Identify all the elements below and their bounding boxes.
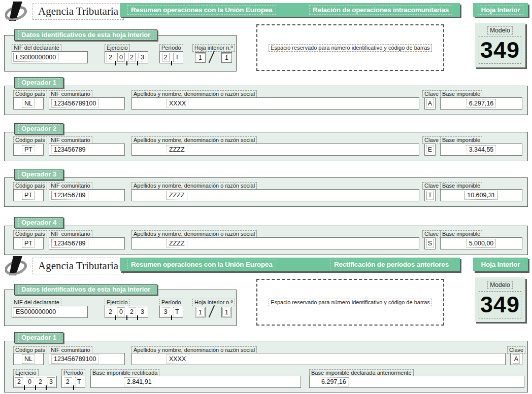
- modelo-label: Modelo: [487, 281, 512, 289]
- apellidos-field[interactable]: XXXX: [131, 353, 506, 365]
- agencia-tributaria-logo: Agencia Tributaria: [5, 2, 124, 21]
- base-declarada-field[interactable]: 6.297,16: [309, 376, 524, 388]
- ejercicio-digit: 3: [139, 307, 146, 316]
- apellidos-field[interactable]: ZZZZ: [131, 189, 419, 201]
- nif-declarante-value: ES000000000: [13, 53, 58, 62]
- codigo-pais-field[interactable]: PT: [13, 237, 44, 249]
- base-imponible-field[interactable]: 10.609,31: [440, 189, 522, 201]
- periodo-field[interactable]: 2 T: [159, 51, 183, 63]
- ejercicio-digit: 2: [15, 377, 23, 386]
- barcode-label: Espacio reservado para número identifica…: [269, 44, 432, 52]
- nif-declarante-label: NIF del declarante: [12, 44, 61, 52]
- datos-title: Datos identificativos de esta hoja inter…: [18, 285, 153, 294]
- nif-comunitario-field[interactable]: 123456789: [49, 237, 125, 249]
- hoja-num-field[interactable]: 1: [195, 52, 206, 63]
- modelo-number: 349: [480, 292, 520, 318]
- page2-datos-tab: Datos identificativos de esta hoja inter…: [14, 284, 157, 295]
- codigo-pais-label: Código país: [13, 90, 47, 98]
- page1-datos-tab: Datos identificativos de esta hoja inter…: [14, 29, 157, 41]
- nif-comunitario-field[interactable]: 123456789: [49, 144, 125, 156]
- periodo-digit: 2: [64, 377, 72, 386]
- nif-comunitario-label: NIF comunitario: [49, 136, 92, 144]
- ejercicio-field[interactable]: 2 0 2 3: [105, 306, 148, 318]
- hoja-total-field[interactable]: 1: [221, 307, 232, 317]
- nif-comunitario-label: NIF comunitario: [49, 182, 92, 190]
- periodo-field[interactable]: 3 T: [159, 306, 183, 318]
- hoja-total-value: 1: [222, 308, 231, 317]
- clave-field[interactable]: T: [424, 189, 436, 201]
- ejercicio-digit: 2: [37, 377, 44, 386]
- logo-text: Agencia Tributaria: [32, 258, 124, 274]
- aeat-logo-icon: [5, 256, 29, 275]
- ejercicio-digit: 0: [117, 53, 125, 62]
- hoja-num-value: 1: [196, 53, 205, 62]
- page2-title-bar: Resumen operaciones con la Unión Europea…: [120, 258, 460, 271]
- operador-title: Operador 1: [18, 78, 59, 87]
- base-imponible-field[interactable]: 3.344,55: [440, 144, 522, 156]
- aeat-logo-icon: [5, 2, 29, 21]
- hoja-total-field[interactable]: 1: [221, 52, 232, 63]
- operador-1-panel: Código país NIF comunitario Apellidos y …: [4, 86, 528, 115]
- base-imponible-label: Base imponible: [440, 136, 482, 144]
- periodo-digit: 2: [162, 53, 170, 62]
- clave-field[interactable]: E: [424, 144, 436, 156]
- page2-barcode-area: Espacio reservado para número identifica…: [256, 279, 444, 326]
- ejercicio-field[interactable]: 2 0 2 3: [105, 51, 148, 63]
- codigo-pais-label: Código país: [13, 182, 47, 190]
- operador-1-tab: Operador 1: [14, 77, 63, 88]
- apellidos-field[interactable]: ZZZZ: [131, 237, 419, 249]
- ejercicio-digit: 3: [139, 53, 146, 62]
- datos-title: Datos identificativos de esta hoja inter…: [18, 30, 153, 40]
- codigo-pais-field[interactable]: PT: [13, 144, 44, 156]
- clave-field[interactable]: S: [424, 237, 436, 249]
- base-rectificada-field[interactable]: 2.841,91: [90, 376, 301, 388]
- logo-text: Agencia Tributaria: [32, 3, 124, 20]
- barcode-label: Espacio reservado para número identifica…: [269, 299, 432, 306]
- nif-declarante-field[interactable]: ES000000000: [12, 306, 88, 318]
- base-imponible-field[interactable]: 5.000,00: [440, 237, 522, 249]
- hoja-interior-label: Hoja Interior: [478, 5, 524, 15]
- apellidos-field[interactable]: XXXX: [131, 97, 419, 110]
- nif-declarante-value: ES000000000: [13, 307, 58, 316]
- codigo-pais-label: Código país: [13, 230, 47, 238]
- clave-field[interactable]: A: [510, 353, 522, 365]
- page1-title-left: Resumen operaciones con la Unión Europea: [127, 5, 276, 15]
- page2-title-left: Resumen operaciones con la Unión Europea: [127, 260, 276, 269]
- periodo-rectificado-field[interactable]: 2 T: [61, 376, 85, 388]
- base-imponible-field[interactable]: 6.297,16: [440, 97, 522, 110]
- page1-title-bar: Resumen operaciones con la Unión Europea…: [120, 3, 460, 17]
- form-349-sheet: Agencia Tributaria Resumen operaciones c…: [0, 0, 532, 394]
- operador-title: Operador 1: [18, 333, 59, 342]
- nif-comunitario-field[interactable]: 123456789100: [49, 97, 125, 110]
- codigo-pais-field[interactable]: PT: [13, 189, 44, 201]
- page2-operador-1-panel: Código país NIF comunitario Apellidos y …: [4, 341, 528, 392]
- codigo-pais-label: Código país: [13, 136, 47, 144]
- clave-field[interactable]: A: [424, 97, 436, 110]
- page2-modelo-box: Modelo 349: [475, 277, 525, 322]
- periodo-digit: 3: [162, 307, 170, 316]
- apellidos-field[interactable]: ZZZZ: [131, 144, 419, 156]
- operador-2-panel: Código país NIF comunitario Apellidos y …: [4, 132, 528, 161]
- ejercicio-digit: 2: [107, 53, 114, 62]
- ejercicio-rectificado-field[interactable]: 2 0 2 3: [13, 376, 57, 388]
- nif-comunitario-field[interactable]: 123456789: [49, 189, 125, 201]
- nif-comunitario-field[interactable]: 123456789100: [49, 353, 125, 365]
- slash-divider: [209, 51, 215, 63]
- page1-hoja-interior-bar: Hoja Interior: [473, 3, 528, 17]
- base-imponible-label: Base imponible: [440, 90, 482, 98]
- clave-label: Clave: [422, 182, 441, 190]
- nif-declarante-field[interactable]: ES000000000: [12, 51, 88, 63]
- periodo-label: Período: [159, 299, 183, 306]
- operador-3-panel: Código país NIF comunitario Apellidos y …: [4, 177, 528, 207]
- clave-label: Clave: [422, 136, 441, 144]
- ejercicio-digit: 2: [128, 53, 136, 62]
- apellidos-label: Apellidos y nombre, denominación o razón…: [131, 90, 257, 98]
- apellidos-label: Apellidos y nombre, denominación o razón…: [131, 136, 257, 144]
- codigo-pais-field[interactable]: NL: [13, 97, 44, 110]
- hoja-num-field[interactable]: 1: [195, 307, 206, 317]
- clave-label: Clave: [422, 230, 441, 238]
- apellidos-label: Apellidos y nombre, denominación o razón…: [131, 230, 257, 238]
- codigo-pais-field[interactable]: NL: [13, 353, 44, 365]
- agencia-tributaria-logo: Agencia Tributaria: [5, 256, 124, 275]
- page2-title-right: Rectificación de períodos anteriores: [330, 260, 452, 269]
